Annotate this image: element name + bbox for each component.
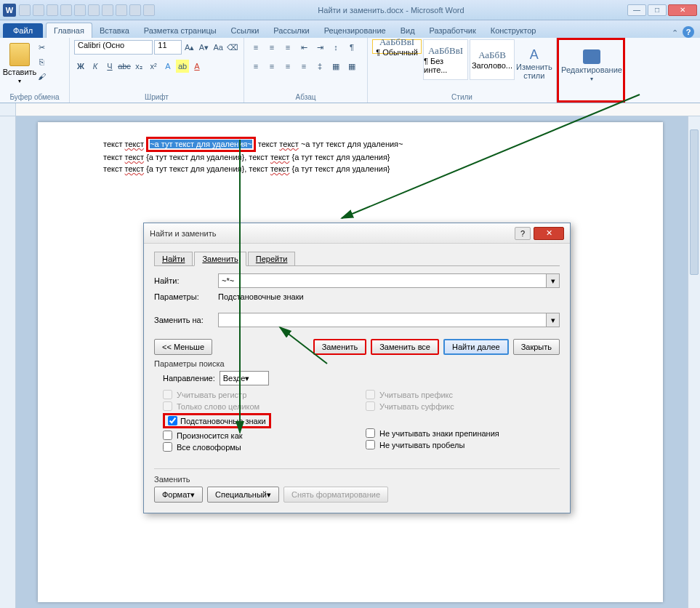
maximize-button[interactable]: □ bbox=[648, 4, 667, 16]
save-icon[interactable] bbox=[19, 4, 31, 16]
qat-icon[interactable] bbox=[129, 4, 141, 16]
sounds-like-checkbox[interactable] bbox=[163, 431, 172, 440]
tab-insert[interactable]: Вставка bbox=[92, 23, 137, 38]
text-wavy: текст bbox=[270, 153, 290, 161]
find-input[interactable]: ~*~ bbox=[218, 273, 547, 288]
grow-font-icon[interactable]: A▴ bbox=[183, 41, 196, 54]
text-effects-icon[interactable]: A bbox=[161, 60, 174, 73]
highlight-icon[interactable]: ab bbox=[176, 60, 189, 73]
qat-icon[interactable] bbox=[60, 4, 72, 16]
tab-refs[interactable]: Ссылки bbox=[224, 23, 267, 38]
replace-button[interactable]: Заменить bbox=[313, 339, 366, 355]
borders-icon[interactable]: ▦ bbox=[345, 59, 359, 73]
find-dropdown-icon[interactable]: ▾ bbox=[547, 273, 560, 288]
subscript-icon[interactable]: x₂ bbox=[132, 60, 145, 73]
find-replace-dialog: Найти и заменить ? ✕ Найти Заменить Пере… bbox=[143, 223, 571, 513]
undo-icon[interactable] bbox=[33, 4, 44, 16]
tab-layout[interactable]: Разметка страницы bbox=[137, 23, 224, 38]
decrease-indent-icon[interactable]: ⇤ bbox=[297, 40, 311, 55]
tab-mail[interactable]: Рассылки bbox=[266, 23, 316, 38]
ignore-punct-checkbox[interactable] bbox=[366, 428, 375, 438]
copy-icon[interactable]: ⎘ bbox=[35, 55, 48, 68]
cut-icon[interactable]: ✂ bbox=[35, 41, 48, 54]
change-case-icon[interactable]: Aa bbox=[212, 41, 225, 54]
replace-dropdown-icon[interactable]: ▾ bbox=[547, 313, 560, 327]
font-name-select[interactable]: Calibri (Осно bbox=[74, 40, 153, 55]
font-color-icon[interactable]: A bbox=[190, 60, 204, 73]
minimize-ribbon-icon[interactable]: ⌃ bbox=[672, 28, 678, 38]
shrink-font-icon[interactable]: A▾ bbox=[198, 41, 211, 54]
qat-icon[interactable] bbox=[88, 4, 100, 16]
scrollbar-vertical[interactable] bbox=[688, 116, 700, 608]
dialog-titlebar[interactable]: Найти и заменить ? ✕ bbox=[144, 223, 570, 244]
text-wavy: текст bbox=[125, 153, 145, 161]
close-button[interactable]: ✕ bbox=[668, 4, 697, 16]
style-normal[interactable]: АаБбВвІ¶ Обычный bbox=[372, 39, 422, 54]
file-tab[interactable]: Файл bbox=[3, 23, 43, 38]
wildcards-checkbox[interactable] bbox=[168, 416, 177, 425]
tab-replace[interactable]: Заменить bbox=[194, 252, 246, 266]
text: ~а тут текст для удаления~ bbox=[299, 140, 403, 148]
tab-goto[interactable]: Перейти bbox=[248, 252, 296, 266]
strike-icon[interactable]: abc bbox=[118, 60, 131, 73]
find-next-button[interactable]: Найти далее bbox=[443, 339, 509, 355]
all-forms-checkbox[interactable] bbox=[163, 442, 172, 452]
align-right-icon[interactable]: ≡ bbox=[281, 59, 295, 73]
underline-icon[interactable]: Ч bbox=[103, 60, 116, 73]
change-styles-button[interactable]: A Изменить стили bbox=[516, 39, 552, 87]
direction-label: Направление: bbox=[163, 374, 215, 383]
close-dialog-button[interactable]: Закрыть bbox=[513, 339, 560, 355]
minimize-button[interactable]: — bbox=[627, 4, 646, 16]
bullets-icon[interactable]: ≡ bbox=[249, 40, 263, 55]
align-left-icon[interactable]: ≡ bbox=[249, 59, 263, 73]
quick-access-toolbar[interactable] bbox=[19, 4, 155, 16]
tab-review[interactable]: Рецензирование bbox=[317, 23, 393, 38]
format-painter-icon[interactable]: 🖌 bbox=[35, 70, 48, 83]
italic-icon[interactable]: К bbox=[89, 60, 102, 73]
text: {а тут текст для удаления} bbox=[289, 153, 390, 161]
scroll-thumb[interactable] bbox=[690, 129, 699, 275]
align-center-icon[interactable]: ≡ bbox=[265, 59, 279, 73]
qat-icon[interactable] bbox=[74, 4, 86, 16]
clear-format-icon[interactable]: ⌫ bbox=[226, 41, 239, 54]
tab-home[interactable]: Главная bbox=[46, 23, 92, 38]
style-heading[interactable]: АаБбВЗаголово... bbox=[470, 39, 515, 80]
numbering-icon[interactable]: ≡ bbox=[265, 40, 279, 55]
dialog-help-icon[interactable]: ? bbox=[515, 227, 531, 240]
show-marks-icon[interactable]: ¶ bbox=[345, 40, 359, 55]
text: текст bbox=[103, 164, 125, 173]
replace-all-button[interactable]: Заменить все bbox=[371, 339, 439, 355]
qat-icon[interactable] bbox=[116, 4, 127, 16]
text: текст bbox=[258, 140, 280, 148]
ruler-vertical[interactable] bbox=[0, 116, 16, 608]
superscript-icon[interactable]: x² bbox=[147, 60, 160, 73]
ignore-space-checkbox[interactable] bbox=[366, 440, 375, 449]
special-button[interactable]: Специальный ▾ bbox=[207, 487, 279, 503]
editing-button[interactable]: Редактирование ▾ bbox=[563, 41, 620, 89]
font-size-select[interactable]: 11 bbox=[154, 40, 182, 55]
justify-icon[interactable]: ≡ bbox=[297, 59, 311, 73]
sort-icon[interactable]: ↕ bbox=[329, 40, 343, 55]
help-icon[interactable]: ? bbox=[683, 26, 694, 38]
chevron-down-icon: ▾ bbox=[18, 78, 21, 84]
format-button[interactable]: Формат ▾ bbox=[154, 487, 203, 503]
qat-icon[interactable] bbox=[102, 4, 113, 16]
tab-dev[interactable]: Разработчик bbox=[422, 23, 483, 38]
replace-input[interactable] bbox=[218, 313, 547, 327]
dialog-close-button[interactable]: ✕ bbox=[534, 227, 564, 240]
bold-icon[interactable]: Ж bbox=[74, 60, 87, 73]
direction-select[interactable]: Везде ▾ bbox=[220, 371, 269, 385]
qat-dd-icon[interactable] bbox=[143, 4, 155, 16]
ruler-horizontal[interactable] bbox=[0, 103, 700, 116]
paste-button[interactable]: Вставить ▾ bbox=[4, 39, 35, 87]
tab-view[interactable]: Вид bbox=[393, 23, 422, 38]
style-nospacing[interactable]: АаБбВвІ¶ Без инте... bbox=[423, 39, 468, 80]
tab-design[interactable]: Конструктор bbox=[483, 23, 544, 38]
multilevel-icon[interactable]: ≡ bbox=[281, 40, 295, 55]
increase-indent-icon[interactable]: ⇥ bbox=[313, 40, 327, 55]
less-button[interactable]: << Меньше bbox=[154, 339, 212, 355]
redo-icon[interactable] bbox=[47, 4, 58, 16]
shading-icon[interactable]: ▦ bbox=[329, 59, 343, 73]
line-spacing-icon[interactable]: ‡ bbox=[313, 59, 327, 73]
tab-find[interactable]: Найти bbox=[154, 252, 193, 266]
